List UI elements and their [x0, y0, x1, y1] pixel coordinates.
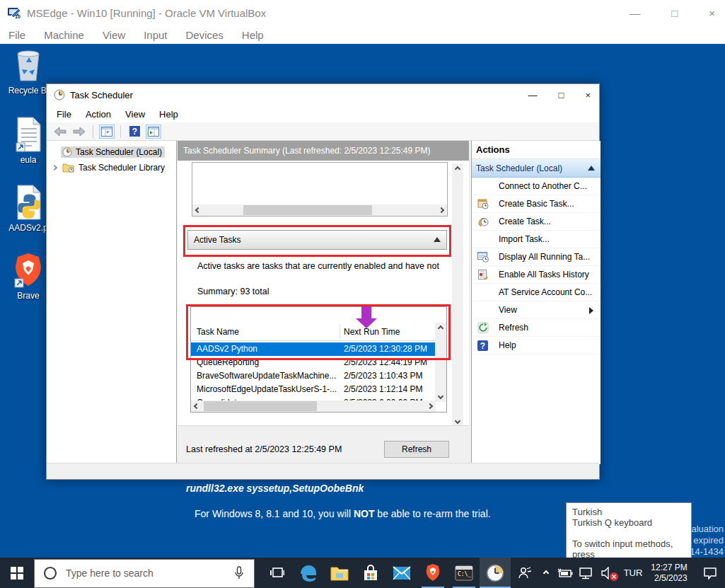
vbox-menu-help[interactable]: Help: [242, 29, 264, 41]
help-toolbar-icon[interactable]: ?: [127, 125, 142, 139]
tray-language-indicator[interactable]: TUR: [619, 558, 647, 588]
vbox-window-title: MSEdge - Win10 [Running] - Oracle VM Vir…: [27, 7, 266, 19]
tray-volume-button[interactable]: [596, 558, 619, 588]
tray-action-center-button[interactable]: [695, 558, 725, 588]
svg-text:C:\_: C:\_: [458, 571, 471, 577]
vbox-close-button[interactable]: ×: [709, 7, 715, 19]
desktop-icon-brave[interactable]: Brave: [6, 252, 51, 301]
collapse-arrow-icon[interactable]: [588, 166, 595, 171]
tray-people-button[interactable]: [513, 558, 537, 588]
vbox-menu-devices[interactable]: Devices: [186, 29, 224, 41]
scroll-right-icon[interactable]: [436, 204, 447, 216]
desktop-icon-recycle-bin[interactable]: Recycle Bi: [6, 47, 51, 96]
action-display-all-running-tasks[interactable]: Display All Running Ta...: [472, 248, 601, 266]
scroll-up-icon[interactable]: [452, 163, 463, 175]
toolbar-separator: [120, 125, 121, 138]
scroll-down-icon[interactable]: [435, 391, 446, 402]
desktop-icon-aadsv2-python[interactable]: AADSv2.p: [6, 184, 51, 233]
refresh-button[interactable]: Refresh: [384, 441, 449, 458]
action-center-icon: [703, 567, 717, 580]
microphone-icon[interactable]: [234, 566, 244, 580]
scroll-up-icon[interactable]: [435, 323, 446, 334]
tree-expander-icon[interactable]: [52, 165, 57, 171]
scroll-thumb[interactable]: [204, 401, 317, 411]
ts-statusbar: [47, 463, 599, 479]
table-row[interactable]: BraveSoftwareUpdateTaskMachine... 2/5/20…: [191, 369, 436, 383]
horizontal-scrollbar[interactable]: [192, 204, 447, 216]
scroll-right-icon[interactable]: [424, 400, 436, 412]
tree-item-task-scheduler-library[interactable]: Task Scheduler Library: [52, 161, 165, 175]
task-scheduler-icon: [54, 89, 65, 100]
network-icon: [578, 567, 593, 580]
taskbar-command-prompt-button[interactable]: C:\_: [448, 558, 480, 588]
vbox-menu-view[interactable]: View: [103, 29, 125, 41]
tree-item-label: Task Scheduler Library: [79, 163, 165, 173]
actions-group-header[interactable]: Task Scheduler (Local): [472, 159, 601, 178]
taskbar-file-explorer-button[interactable]: [324, 558, 355, 588]
vertical-scrollbar[interactable]: [452, 163, 463, 427]
taskbar-search-input[interactable]: Type here to search: [34, 559, 255, 588]
action-create-basic-task[interactable]: Create Basic Task...: [472, 195, 601, 213]
taskbar-store-button[interactable]: [355, 558, 386, 588]
ts-menu-view[interactable]: View: [125, 109, 145, 120]
vbox-menu-input[interactable]: Input: [144, 29, 167, 41]
vbox-menu-file[interactable]: File: [8, 29, 25, 41]
ts-menu-file[interactable]: File: [57, 109, 71, 120]
taskbar-task-scheduler-button[interactable]: [480, 558, 511, 588]
start-button[interactable]: [0, 558, 34, 588]
ts-titlebar[interactable]: Task Scheduler — □ ×: [47, 84, 599, 105]
ts-menu-help[interactable]: Help: [159, 109, 178, 120]
console-tree-toggle-icon[interactable]: [99, 125, 115, 139]
vbox-menu-machine[interactable]: Machine: [44, 29, 84, 41]
tray-battery-button[interactable]: [555, 558, 575, 588]
vbox-maximize-button[interactable]: □: [671, 7, 678, 19]
taskbar: Type here to search C:\_: [0, 558, 725, 588]
tree-item-task-scheduler-local[interactable]: Task Scheduler (Local): [61, 145, 165, 159]
action-import-task[interactable]: Import Task...: [472, 231, 601, 248]
action-connect-to-another-computer[interactable]: Connect to Another C...: [472, 178, 601, 195]
summary-scrollbox: [192, 162, 448, 217]
taskbar-task-view-button[interactable]: [262, 558, 293, 588]
action-pane-toggle-icon[interactable]: [146, 125, 161, 139]
ts-menu-action[interactable]: Action: [86, 109, 111, 120]
ts-maximize-button[interactable]: □: [559, 90, 564, 100]
action-at-service-account-configuration[interactable]: AT Service Account Co...: [472, 284, 601, 301]
forward-arrow-icon[interactable]: [71, 125, 87, 139]
library-folder-icon: [62, 163, 74, 173]
table-row[interactable]: QueueReporting 2/5/2023 12:44:19 PM: [191, 356, 436, 369]
table-horizontal-scrollbar[interactable]: [191, 400, 436, 412]
action-refresh[interactable]: Refresh: [472, 319, 601, 337]
taskbar-edge-button[interactable]: [293, 558, 324, 588]
cell-task-name: MicrosoftEdgeUpdateTaskUserS-1-...: [197, 383, 337, 396]
scroll-thumb[interactable]: [243, 205, 372, 215]
tray-network-button[interactable]: [575, 558, 596, 588]
scroll-left-icon[interactable]: [192, 204, 204, 216]
back-arrow-icon[interactable]: [52, 125, 68, 139]
action-view[interactable]: View: [472, 301, 601, 319]
table-vertical-scrollbar[interactable]: [435, 323, 446, 402]
ts-minimize-button[interactable]: —: [528, 90, 538, 100]
mail-icon: [393, 566, 411, 580]
recycle-bin-icon: [12, 47, 45, 83]
action-create-task[interactable]: Create Task...: [472, 213, 601, 231]
taskbar-brave-button[interactable]: [417, 558, 448, 588]
desktop-icon-label: Recycle Bi: [6, 86, 51, 96]
active-tasks-header[interactable]: Active Tasks: [187, 230, 447, 250]
collapse-arrow-icon[interactable]: [434, 237, 441, 242]
tray-clock[interactable]: 12:27 PM2/5/2023: [647, 558, 691, 588]
tray-time: 12:27 PM: [651, 563, 687, 572]
ts-close-button[interactable]: ×: [585, 90, 591, 100]
column-header-next-run-time[interactable]: Next Run Time: [344, 327, 400, 337]
desktop-icon-eula[interactable]: eula: [6, 116, 51, 165]
taskbar-mail-button[interactable]: [386, 558, 417, 588]
action-enable-all-tasks-history[interactable]: Enable All Tasks History: [472, 266, 601, 284]
tray-show-hidden-icons-button[interactable]: [537, 558, 555, 588]
action-help[interactable]: ? Help: [472, 337, 601, 354]
table-row-selected[interactable]: AADSv2 Python 2/5/2023 12:30:28 PM: [191, 342, 436, 356]
ts-window-title: Task Scheduler: [70, 90, 133, 100]
scroll-left-icon[interactable]: [191, 400, 202, 412]
column-header-task-name[interactable]: Task Name: [197, 327, 239, 337]
column-divider[interactable]: [340, 324, 340, 340]
table-row[interactable]: MicrosoftEdgeUpdateTaskUserS-1-... 2/5/2…: [191, 383, 436, 396]
vbox-minimize-button[interactable]: —: [630, 7, 640, 19]
